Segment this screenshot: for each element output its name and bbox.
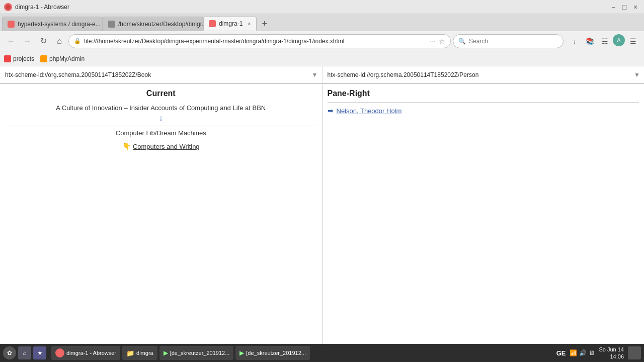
display-icon: 🖥 xyxy=(589,349,595,356)
bookmark-projects-label: projects xyxy=(13,55,34,62)
tab-icon-3 xyxy=(209,20,216,27)
profile-button[interactable]: A xyxy=(613,34,625,46)
right-dropdown[interactable]: htx-scheme-id://org.schema.20050114T1852… xyxy=(323,66,645,83)
pane-left: Current A Culture of Innovation – Inside… xyxy=(0,84,323,347)
menu-button[interactable]: ☰ xyxy=(626,34,640,48)
taskbar-clock: So Jun 14 14:06 xyxy=(599,346,624,360)
dropdowns-row: htx-scheme-id://org.schema.20050114T1852… xyxy=(0,66,644,84)
bookmark-phpmyadmin-label: phpMyAdmin xyxy=(49,55,85,62)
taskbar-icon-1-glyph: ✿ xyxy=(7,349,12,356)
person-link-1[interactable]: Nelson, Theodor Holm xyxy=(337,107,402,115)
tab-label-3: dimgra-1 xyxy=(219,20,243,27)
current-book-link[interactable]: A Culture of Innovation – Insider Accoun… xyxy=(56,104,266,112)
nav-bar: ← → ↻ ⌂ 🔒 file:///home/skreutzer/Desktop… xyxy=(0,31,644,51)
taskbar-icon-3[interactable]: ★ xyxy=(33,346,46,359)
person-item-1: ➡ Nelson, Theodor Holm xyxy=(328,107,639,115)
taskbar-show-desktop[interactable] xyxy=(628,346,641,359)
cursor-icon: 👇 xyxy=(122,142,131,150)
divider-2 xyxy=(5,140,317,140)
close-window-button[interactable]: × xyxy=(631,3,640,12)
projects-icon xyxy=(4,55,11,62)
right-pane-divider xyxy=(328,102,639,103)
back-button[interactable]: ← xyxy=(4,34,18,48)
home-button[interactable]: ⌂ xyxy=(52,34,66,48)
more-icon[interactable]: ··· xyxy=(430,37,436,45)
taskbar-sys-tray: 📶 🔊 🖥 xyxy=(570,349,595,356)
tab-label-1: hypertext-systems / dimgra-e... xyxy=(18,21,101,28)
svg-point-0 xyxy=(6,5,11,10)
taskbar-right: GE 📶 🔊 🖥 So Jun 14 14:06 xyxy=(556,346,641,360)
bookmark-projects[interactable]: projects xyxy=(4,55,34,62)
right-dropdown-wrapper: htx-scheme-id://org.schema.20050114T1852… xyxy=(323,66,645,83)
taskbar-time: 14:06 xyxy=(599,353,624,360)
bookmark-phpmyadmin[interactable]: phpMyAdmin xyxy=(40,55,85,62)
current-book-item: A Culture of Innovation – Insider Accoun… xyxy=(5,104,317,112)
divider-1 xyxy=(5,126,317,126)
tab-icon-1 xyxy=(8,21,15,28)
phpmyadmin-icon xyxy=(40,55,47,62)
window-title: dimgra-1 - Abrowser xyxy=(15,4,69,11)
search-input[interactable] xyxy=(469,38,558,45)
tab-hypertext[interactable]: hypertext-systems / dimgra-e... × xyxy=(2,17,103,31)
search-bar[interactable]: 🔍 xyxy=(453,34,564,48)
speaker-icon: 🔊 xyxy=(579,349,587,356)
book-2-row: 👇 Computers and Writing xyxy=(5,142,317,150)
book-link-1[interactable]: Computer Lib/Dream Machines xyxy=(5,129,317,137)
left-dropdown-wrapper: htx-scheme-id://org.schema.20050114T1852… xyxy=(0,66,323,83)
taskbar-browser-btn[interactable]: dimgra-1 - Abrowser xyxy=(51,346,120,360)
book-link-2[interactable]: Computers and Writing xyxy=(133,143,200,150)
tab-icon-2 xyxy=(108,21,115,28)
main-content: htx-scheme-id://org.schema.20050114T1852… xyxy=(0,66,644,347)
taskbar-terminal2-icon: ▶ xyxy=(239,349,244,356)
maximize-button[interactable]: □ xyxy=(620,3,629,12)
taskbar-filemanager-btn[interactable]: 📁 dimgra xyxy=(122,346,157,360)
panes: Current A Culture of Innovation – Inside… xyxy=(0,84,644,347)
star-icon[interactable]: ☆ xyxy=(439,37,445,45)
taskbar-icon-3-glyph: ★ xyxy=(37,349,43,356)
tab-close-3[interactable]: × xyxy=(248,21,251,27)
down-arrow-icon[interactable]: ↓ xyxy=(5,114,317,123)
taskbar-filemanager-label: dimgra xyxy=(136,350,153,356)
taskbar-terminal1-btn[interactable]: ▶ [de_skreutzer_201912... xyxy=(159,346,234,360)
taskbar-icon-2-glyph: ⌂ xyxy=(23,349,26,356)
taskbar: ✿ ⌂ ★ dimgra-1 - Abrowser 📁 dimgra ▶ [de… xyxy=(0,344,644,362)
taskbar-terminal1-icon: ▶ xyxy=(164,349,168,356)
taskbar-left: ✿ ⌂ ★ dimgra-1 - Abrowser 📁 dimgra ▶ [de… xyxy=(3,346,554,360)
taskbar-terminal1-label: [de_skreutzer_201912... xyxy=(170,350,230,356)
network-icon: 📶 xyxy=(570,349,577,356)
taskbar-system-icons: ✿ ⌂ ★ xyxy=(3,346,46,359)
app-icon xyxy=(4,3,12,11)
minimize-button[interactable]: − xyxy=(609,3,618,12)
pane-right: Pane-Right ➡ Nelson, Theodor Holm xyxy=(323,84,645,347)
taskbar-browser-icon xyxy=(55,348,64,357)
address-bar[interactable]: 🔒 file:///home/skreutzer/Desktop/dimgra-… xyxy=(68,34,451,48)
tab-dimgra[interactable]: dimgra-1 × xyxy=(203,17,257,31)
taskbar-folder-icon: 📁 xyxy=(126,349,134,357)
new-tab-button[interactable]: + xyxy=(258,17,272,31)
address-text: file:///home/skreutzer/Desktop/dimgra-ex… xyxy=(84,38,427,45)
taskbar-date: So Jun 14 xyxy=(599,346,624,353)
forward-button[interactable]: → xyxy=(20,34,34,48)
person-arrow-icon: ➡ xyxy=(328,107,334,115)
tab-bar: hypertext-systems / dimgra-e... × /home/… xyxy=(0,14,644,31)
left-dropdown[interactable]: htx-scheme-id://org.schema.20050114T1852… xyxy=(0,66,322,83)
taskbar-browser-label: dimgra-1 - Abrowser xyxy=(66,350,116,356)
taskbar-terminal2-label: [de_skreutzer_201912... xyxy=(246,350,306,356)
bookmarks-bar: projects phpMyAdmin xyxy=(0,51,644,66)
left-pane-heading: Current xyxy=(5,89,317,98)
download-button[interactable]: ↓ xyxy=(568,34,582,48)
tab-label-2: /home/skreutzer/Desktop/dimgr... xyxy=(118,21,203,28)
title-bar: dimgra-1 - Abrowser − □ × xyxy=(0,0,644,14)
reload-button[interactable]: ↻ xyxy=(36,34,50,48)
search-icon: 🔍 xyxy=(458,38,466,45)
library-button[interactable]: 📚 xyxy=(583,34,597,48)
ge-icon: GE xyxy=(556,349,566,357)
right-pane-heading: Pane-Right xyxy=(328,89,639,98)
taskbar-terminal2-btn[interactable]: ▶ [de_skreutzer_201912... xyxy=(235,346,310,360)
lock-icon: 🔒 xyxy=(74,38,81,44)
reader-button[interactable]: ☵ xyxy=(598,34,612,48)
tab-desktop[interactable]: /home/skreutzer/Desktop/dimgr... × xyxy=(103,17,203,31)
taskbar-icon-1[interactable]: ✿ xyxy=(3,346,16,359)
taskbar-icon-2[interactable]: ⌂ xyxy=(18,346,31,359)
